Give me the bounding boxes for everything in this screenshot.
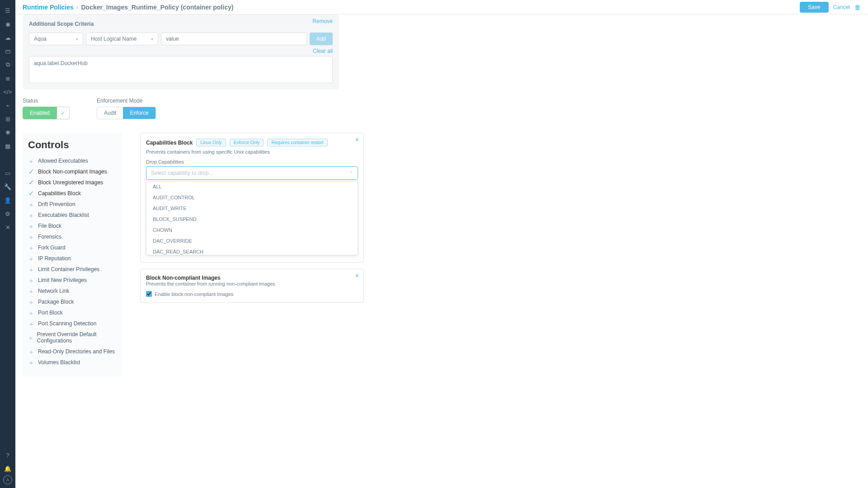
control-item[interactable]: ✓Capabilities Block <box>28 188 117 199</box>
control-item[interactable]: +Port Block <box>28 307 117 318</box>
control-item[interactable]: +Allowed Executables <box>28 155 117 166</box>
plus-icon: + <box>28 255 34 262</box>
enforce-button[interactable]: Enforce <box>123 107 155 119</box>
control-label: Prevent Override Default Configurations <box>37 331 117 344</box>
registries-icon[interactable]: ⊞ <box>0 112 15 126</box>
scope-attr-value: Host Logical Name <box>91 36 137 42</box>
control-item[interactable]: +Limit Container Privileges <box>28 264 117 275</box>
integrations-icon[interactable]: ⚙ <box>0 207 15 221</box>
plus-icon: + <box>28 244 34 251</box>
scope-attr-select[interactable]: Host Logical Name ▾ <box>86 33 158 45</box>
workloads-icon[interactable]: ⧉ <box>0 58 15 71</box>
save-button[interactable]: Save <box>800 2 828 13</box>
select-placeholder: Select capability to drop... <box>151 170 213 176</box>
close-icon[interactable]: ✕ <box>0 221 15 234</box>
dropdown-option[interactable]: AUDIT_WRITE <box>146 203 358 214</box>
chevron-up-icon: ⌃ <box>349 171 353 176</box>
close-icon[interactable]: × <box>355 136 359 143</box>
plus-icon: + <box>28 223 34 229</box>
control-label: Block Non-compliant Images <box>38 169 107 175</box>
control-item[interactable]: +Limit New Privileges <box>28 275 117 286</box>
breadcrumb-parent[interactable]: Runtime Policies <box>23 4 74 11</box>
control-item[interactable]: +Drift Prevention <box>28 199 117 210</box>
control-item[interactable]: +Executables Blacklist <box>28 210 117 221</box>
scope-criteria-list[interactable]: aqua.label.DockerHub <box>29 56 333 83</box>
cloud-icon[interactable]: ☁ <box>0 31 15 44</box>
control-item[interactable]: +File Block <box>28 221 117 231</box>
control-item[interactable]: +Read-Only Directories and Files <box>28 346 117 357</box>
dropdown-option[interactable]: DAC_OVERRIDE <box>146 235 358 246</box>
plus-icon: + <box>28 212 34 218</box>
close-icon[interactable]: × <box>355 272 359 279</box>
control-label: Fork Guard <box>38 244 66 251</box>
control-label: Package Block <box>38 299 74 305</box>
control-label: File Block <box>38 223 61 229</box>
clear-all-link[interactable]: Clear all <box>29 48 333 54</box>
control-item[interactable]: ✓Block Unregistered Images <box>28 177 117 188</box>
control-item[interactable]: ✓Block Non-compliant Images <box>28 166 117 177</box>
control-label: Drift Prevention <box>38 201 75 207</box>
controls-panel: Controls +Allowed Executables✓Block Non-… <box>23 133 122 377</box>
drop-capabilities-select[interactable]: Select capability to drop... ⌃ <box>146 166 358 180</box>
control-item[interactable]: +Forensics <box>28 231 117 242</box>
chevron-down-icon: ▾ <box>76 37 78 42</box>
checkmark-icon: ✓ <box>61 110 66 117</box>
enable-checkbox[interactable] <box>146 291 152 297</box>
enable-checkbox-row[interactable]: Enable block non-compliant Images <box>146 291 358 297</box>
control-label: Limit New Privileges <box>38 277 87 283</box>
policy-icon[interactable]: ▭ <box>0 166 15 180</box>
status-enabled-button[interactable]: Enabled <box>23 107 57 119</box>
servers-icon[interactable]: ≣ <box>0 71 15 85</box>
control-item[interactable]: +Port Scanning Detection <box>28 318 117 329</box>
checkmark-icon: ✓ <box>28 169 34 175</box>
card-title: Capabilities Block <box>146 140 193 146</box>
checkmark-icon: ✓ <box>28 179 34 186</box>
control-item[interactable]: +Fork Guard <box>28 242 117 253</box>
plus-icon: + <box>28 266 34 272</box>
reports-icon[interactable]: ▦ <box>0 139 15 153</box>
scope-value-input[interactable] <box>161 33 307 45</box>
control-label: Volumes Blacklist <box>38 359 80 366</box>
images-icon[interactable]: 🗃 <box>0 44 15 58</box>
control-item[interactable]: +Volumes Blacklist <box>28 357 117 368</box>
dropdown-option[interactable]: ALL <box>146 181 358 192</box>
plus-icon: + <box>28 348 34 355</box>
control-label: Block Unregistered Images <box>38 179 103 186</box>
control-item[interactable]: +IP Reputation <box>28 253 117 264</box>
plus-icon: + <box>28 288 34 294</box>
cancel-button[interactable]: Cancel <box>833 4 850 10</box>
dropdown-option[interactable]: BLOCK_SUSPEND <box>146 214 358 225</box>
plus-icon: + <box>28 201 34 207</box>
dashboard-icon[interactable]: ◉ <box>0 17 15 31</box>
menu-icon[interactable]: ☰ <box>0 4 15 17</box>
control-label: Network Link <box>38 288 69 294</box>
settings-icon[interactable]: 🔧 <box>0 180 15 193</box>
badge-restart: Requires container restart <box>267 139 327 146</box>
plus-icon: + <box>28 320 34 327</box>
services-icon[interactable]: ✱ <box>0 126 15 139</box>
top-header: Runtime Policies › Docker_Images_Runtime… <box>15 0 868 14</box>
remove-link[interactable]: Remove <box>312 18 333 24</box>
breadcrumb-current: Docker_Images_Runtime_Policy (container … <box>81 4 233 11</box>
scope-type-select[interactable]: Aqua ▾ <box>29 33 83 45</box>
delete-icon[interactable]: 🗑 <box>854 4 861 11</box>
dropdown-option[interactable]: AUDIT_CONTROL <box>146 192 358 203</box>
control-item[interactable]: +Package Block <box>28 296 117 307</box>
dropdown-option[interactable]: CHOWN <box>146 225 358 235</box>
users-icon[interactable]: 👤 <box>0 193 15 207</box>
control-item[interactable]: +Prevent Override Default Configurations <box>28 329 117 346</box>
add-button[interactable]: Add <box>310 33 333 45</box>
status-check-button[interactable]: ✓ <box>57 107 70 119</box>
badge-enforce: Enforce Only <box>230 139 264 146</box>
plus-icon: + <box>28 277 34 283</box>
dropdown-option[interactable]: DAC_READ_SEARCH <box>146 246 358 255</box>
audit-button[interactable]: Audit <box>97 107 123 119</box>
status-label: Status <box>23 98 70 104</box>
infra-icon[interactable]: ⌁ <box>0 99 15 112</box>
card-desc: Prevents the container from running non-… <box>146 281 358 286</box>
control-label: Allowed Executables <box>38 158 88 164</box>
plus-icon: + <box>28 310 34 316</box>
status-toggle[interactable]: Enabled ✓ <box>23 107 70 119</box>
code-icon[interactable]: </> <box>0 85 15 99</box>
control-item[interactable]: +Network Link <box>28 286 117 296</box>
